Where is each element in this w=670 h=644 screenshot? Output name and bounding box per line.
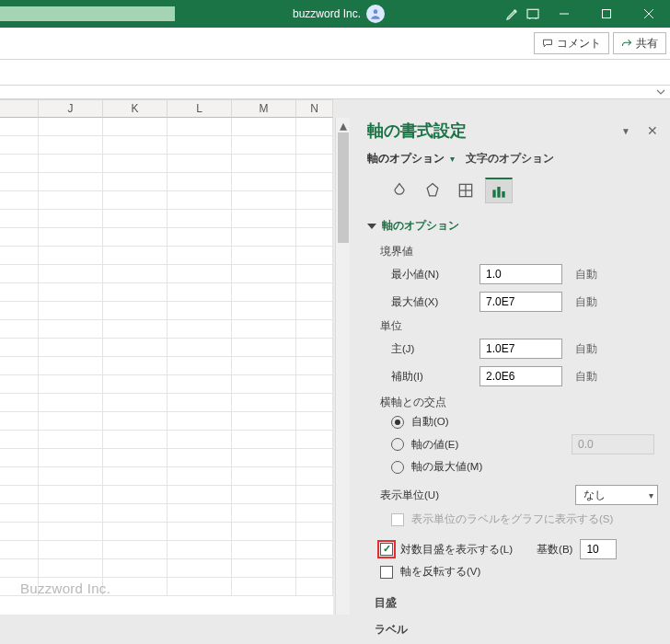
pane-tab-row: 軸のオプション ▾ 文字のオプション: [354, 145, 667, 167]
comments-label: コメント: [557, 36, 601, 52]
log-scale-checkbox[interactable]: [380, 543, 393, 556]
major-unit-input[interactable]: [479, 339, 562, 359]
minor-unit-label: 補助(I): [380, 370, 472, 384]
watermark-text: Buzzword Inc.: [20, 581, 110, 596]
grid-row[interactable]: [0, 449, 333, 467]
column-header-row: J K L M N: [0, 99, 333, 118]
tab-text-options[interactable]: 文字のオプション: [466, 151, 554, 167]
grid-row[interactable]: [0, 339, 333, 357]
scroll-thumb[interactable]: [338, 132, 349, 243]
grid-row[interactable]: [0, 559, 333, 578]
size-properties-icon[interactable]: [452, 178, 479, 203]
grid-row[interactable]: [0, 486, 333, 504]
radio-icon: [391, 438, 404, 451]
reverse-axis-checkbox[interactable]: [380, 566, 393, 579]
effects-icon[interactable]: [419, 178, 446, 203]
grid-row[interactable]: [0, 357, 333, 375]
svg-rect-11: [497, 187, 500, 198]
ribbon-blank-area: [0, 60, 670, 86]
minor-unit-input[interactable]: [479, 366, 562, 386]
formula-bar: [0, 86, 670, 99]
grid-row[interactable]: [0, 504, 333, 523]
column-header-m[interactable]: M: [232, 100, 296, 118]
grid-row[interactable]: [0, 191, 333, 210]
section-labels[interactable]: ラベル: [354, 615, 667, 641]
grid-row[interactable]: [0, 283, 333, 302]
min-input[interactable]: [479, 264, 562, 284]
reverse-axis-row: 軸を反転する(V): [380, 565, 658, 579]
grid-row[interactable]: [0, 173, 333, 191]
column-header-l[interactable]: L: [168, 100, 232, 118]
column-header-j[interactable]: J: [39, 100, 103, 118]
formula-bar-expand-icon[interactable]: [653, 86, 668, 98]
comments-button[interactable]: コメント: [534, 32, 609, 54]
grid-row[interactable]: [0, 302, 333, 320]
titlebar: buzzword Inc.: [0, 0, 670, 28]
display-units-value: なし: [583, 488, 606, 503]
column-header-n[interactable]: N: [296, 100, 333, 118]
axis-options-icon[interactable]: [485, 178, 513, 203]
account-avatar-icon[interactable]: [366, 5, 385, 23]
pane-options-chevron-icon[interactable]: ▼: [621, 126, 630, 136]
pane-category-icons: [354, 167, 667, 211]
ribbon-display-options-icon[interactable]: [523, 6, 543, 21]
tab-axis-options[interactable]: 軸のオプション: [367, 151, 445, 167]
ink-mode-icon[interactable]: [502, 6, 523, 21]
radio-icon: [391, 416, 404, 429]
base-input[interactable]: [580, 539, 617, 559]
cross-auto-label: 自動(O): [411, 415, 449, 429]
fill-line-icon[interactable]: [386, 178, 413, 203]
column-header-k[interactable]: K: [103, 100, 168, 118]
svg-rect-12: [502, 191, 504, 198]
grid-row[interactable]: [0, 375, 333, 394]
display-units-label: 表示単位(U): [380, 489, 509, 502]
grid-row[interactable]: [0, 431, 333, 449]
max-label: 最大値(X): [380, 295, 472, 309]
grid-row[interactable]: [0, 136, 333, 155]
section-ticks-label: 目盛: [375, 595, 397, 611]
grid-row[interactable]: [0, 155, 333, 173]
section-ticks[interactable]: 目盛: [354, 588, 667, 615]
grid-row[interactable]: [0, 247, 333, 265]
grid-body[interactable]: // rows will be injected below via plain…: [0, 118, 333, 615]
vertical-scrollbar[interactable]: ▴: [335, 118, 350, 615]
grid-row[interactable]: [0, 467, 333, 486]
grid-row[interactable]: [0, 265, 333, 283]
min-auto-label: 自動: [575, 268, 597, 282]
major-auto-label: 自動: [575, 342, 597, 356]
scroll-up-icon[interactable]: ▴: [336, 118, 350, 132]
column-header[interactable]: [0, 100, 39, 118]
share-label: 共有: [636, 36, 658, 52]
base-label: 基数(B): [537, 543, 572, 557]
display-units-select[interactable]: なし ▾: [575, 485, 658, 505]
section-labels-label: ラベル: [375, 622, 408, 638]
share-button[interactable]: 共有: [613, 32, 666, 54]
max-input[interactable]: [479, 292, 562, 312]
grid-row[interactable]: [0, 320, 333, 339]
ribbon-actions: コメント 共有: [0, 28, 670, 60]
spreadsheet-grid[interactable]: J K L M N // rows will be injected below…: [0, 99, 333, 615]
grid-row[interactable]: [0, 541, 333, 559]
maximize-button[interactable]: [585, 0, 628, 28]
close-button[interactable]: [628, 0, 670, 28]
grid-row[interactable]: [0, 210, 333, 228]
grid-row[interactable]: [0, 118, 333, 136]
chevron-down-icon[interactable]: ▾: [450, 154, 455, 164]
minimize-button[interactable]: [543, 0, 585, 28]
cross-max-radio[interactable]: 軸の最大値(M): [380, 460, 658, 474]
grid-row[interactable]: [0, 228, 333, 247]
format-axis-pane: 軸の書式設定 ▼ ✕ 軸のオプション ▾ 文字のオプション 軸のオプション 境界…: [354, 110, 667, 644]
major-unit-label: 主(J): [380, 342, 472, 356]
section-axis-options[interactable]: 軸のオプション: [354, 211, 667, 237]
cross-value-radio[interactable]: 軸の値(E) 0.0: [380, 434, 658, 454]
cross-auto-radio[interactable]: 自動(O): [380, 415, 658, 429]
window-controls: [543, 0, 670, 28]
pane-title: 軸の書式設定: [367, 120, 467, 142]
grid-row[interactable]: [0, 412, 333, 431]
unit-label: 単位: [380, 319, 658, 333]
max-auto-label: 自動: [575, 295, 597, 309]
grid-row[interactable]: [0, 394, 333, 412]
pane-close-icon[interactable]: ✕: [647, 123, 658, 138]
svg-rect-10: [492, 190, 495, 197]
grid-row[interactable]: [0, 523, 333, 541]
